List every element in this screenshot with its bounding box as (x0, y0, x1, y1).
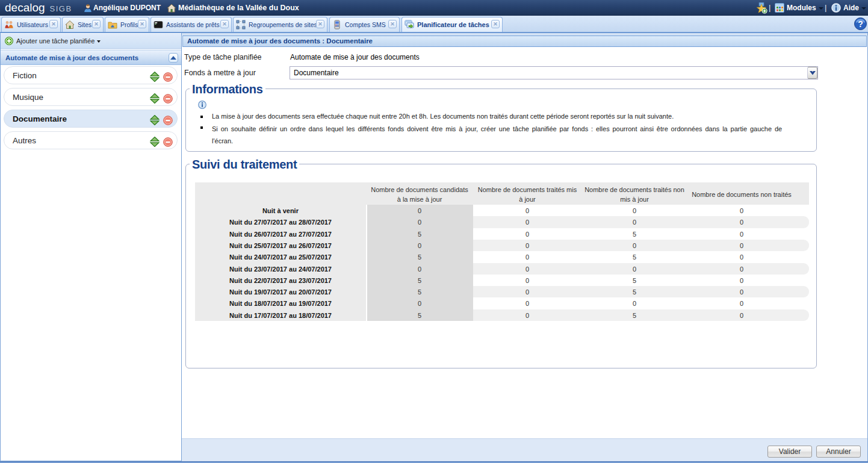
svg-text:?: ? (858, 19, 863, 29)
